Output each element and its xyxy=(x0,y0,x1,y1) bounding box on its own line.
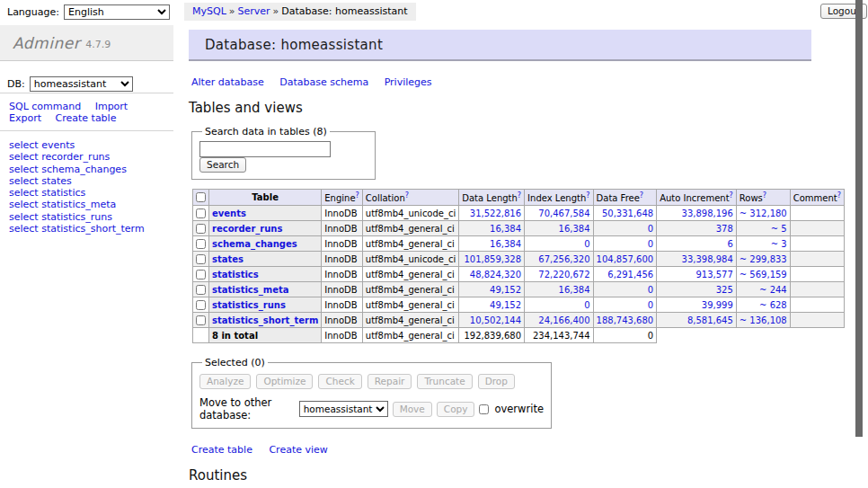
rows-estimate-link[interactable]: ~ 3 xyxy=(771,239,787,249)
data-free-link[interactable]: 104,857,600 xyxy=(597,254,654,264)
move-database-select[interactable]: homeassistant xyxy=(299,401,388,417)
index-length-link[interactable]: 16,384 xyxy=(559,285,590,295)
rows-estimate-link[interactable]: ~ 299,833 xyxy=(740,254,787,264)
sidebar-table-link[interactable]: select states xyxy=(9,175,173,187)
select-all-checkbox[interactable] xyxy=(196,192,206,202)
repair-button[interactable]: Repair xyxy=(368,374,412,389)
table-name-link[interactable]: statistics_runs xyxy=(212,300,286,310)
auto-increment-link[interactable]: 33,398,984 xyxy=(682,254,733,264)
auto-increment-link[interactable]: 6 xyxy=(727,239,732,249)
column-help-link[interactable]: ? xyxy=(586,191,589,200)
table-name-link[interactable]: events xyxy=(212,209,246,218)
data-free-link[interactable]: 188,743,680 xyxy=(597,315,654,325)
sidebar-link-export[interactable]: Export xyxy=(9,112,41,124)
row-checkbox[interactable] xyxy=(196,270,206,279)
db-select[interactable]: homeassistant xyxy=(30,76,133,92)
data-free-link[interactable]: 6,291,456 xyxy=(607,270,653,279)
database-schema-link[interactable]: Database schema xyxy=(279,76,368,88)
table-name-link[interactable]: statistics_short_term xyxy=(212,315,318,325)
auto-increment-link[interactable]: 913,577 xyxy=(695,270,732,279)
search-input[interactable] xyxy=(199,141,331,157)
data-free-link[interactable]: 0 xyxy=(648,239,653,249)
create-view-link[interactable]: Create view xyxy=(269,444,327,456)
table-name-link[interactable]: statistics_meta xyxy=(212,285,288,295)
table-name-link[interactable]: statistics xyxy=(212,270,259,279)
auto-increment-link[interactable]: 325 xyxy=(716,285,733,295)
sidebar-link-import[interactable]: Import xyxy=(95,101,128,112)
data-length-link[interactable]: 48,824,320 xyxy=(470,270,521,279)
auto-increment-link[interactable]: 378 xyxy=(716,224,733,234)
rows-estimate-link[interactable]: ~ 5 xyxy=(771,224,787,234)
rows-estimate-link[interactable]: ~ 136,108 xyxy=(740,315,787,325)
data-length-link[interactable]: 16,384 xyxy=(490,224,521,234)
index-length-link[interactable]: 0 xyxy=(584,300,589,310)
column-help-link[interactable]: ? xyxy=(730,191,733,200)
data-free-link[interactable]: 50,331,648 xyxy=(602,209,653,218)
auto-increment-link[interactable]: 8,581,645 xyxy=(687,315,733,325)
auto-increment-link[interactable]: 33,898,196 xyxy=(682,209,733,218)
column-help-link[interactable]: ? xyxy=(356,191,359,200)
row-checkbox[interactable] xyxy=(196,285,206,295)
row-checkbox[interactable] xyxy=(196,300,206,310)
privileges-link[interactable]: Privileges xyxy=(385,76,432,88)
breadcrumb-link-server[interactable]: Server xyxy=(238,5,270,17)
data-length-link[interactable]: 101,859,328 xyxy=(464,254,521,264)
data-free-link[interactable]: 0 xyxy=(648,285,653,295)
data-length-link[interactable]: 16,384 xyxy=(490,239,521,249)
sidebar-table-link[interactable]: select schema_changes xyxy=(9,164,173,175)
analyze-button[interactable]: Analyze xyxy=(199,374,251,389)
sidebar-link-create-table[interactable]: Create table xyxy=(56,112,117,124)
sidebar-table-link[interactable]: select statistics_short_term xyxy=(9,223,173,235)
row-checkbox[interactable] xyxy=(196,224,206,234)
column-help-link[interactable]: ? xyxy=(518,191,521,200)
breadcrumb-link-mysql[interactable]: MySQL xyxy=(192,5,226,17)
row-checkbox[interactable] xyxy=(196,315,206,325)
data-length-link[interactable]: 49,152 xyxy=(490,300,521,310)
optimize-button[interactable]: Optimize xyxy=(256,374,313,389)
adminer-logo[interactable]: Adminer xyxy=(13,34,80,52)
index-length-link[interactable]: 67,256,320 xyxy=(538,254,589,264)
index-length-link[interactable]: 0 xyxy=(584,239,589,249)
sidebar-table-link[interactable]: select recorder_runs xyxy=(9,151,173,163)
drop-button[interactable]: Drop xyxy=(478,374,515,389)
sidebar-link-sql-command[interactable]: SQL command xyxy=(9,101,81,112)
create-table-link[interactable]: Create table xyxy=(191,444,252,456)
data-free-link[interactable]: 0 xyxy=(648,300,653,310)
column-help-link[interactable]: ? xyxy=(837,191,841,200)
sidebar-table-link[interactable]: select statistics_meta xyxy=(9,199,173,210)
rows-estimate-link[interactable]: ~ 312,180 xyxy=(740,209,787,218)
row-checkbox[interactable] xyxy=(196,209,206,218)
search-button[interactable]: Search xyxy=(199,157,246,173)
index-length-link[interactable]: 24,166,400 xyxy=(538,315,589,325)
column-help-link[interactable]: ? xyxy=(405,191,409,200)
move-button[interactable]: Move xyxy=(393,402,432,417)
table-name-link[interactable]: schema_changes xyxy=(212,239,297,249)
rows-estimate-link[interactable]: ~ 628 xyxy=(759,300,787,310)
column-help-link[interactable]: ? xyxy=(640,191,643,200)
auto-increment-link[interactable]: 39,999 xyxy=(702,300,733,310)
table-name-link[interactable]: recorder_runs xyxy=(212,224,282,234)
language-select[interactable]: English xyxy=(64,4,170,20)
sidebar-table-link[interactable]: select events xyxy=(9,139,173,151)
data-length-link[interactable]: 10,502,144 xyxy=(470,315,521,325)
sidebar-table-link[interactable]: select statistics_runs xyxy=(9,211,173,223)
table-name-link[interactable]: states xyxy=(212,254,244,264)
index-length-link[interactable]: 70,467,584 xyxy=(538,209,589,218)
index-length-link[interactable]: 16,384 xyxy=(559,224,590,234)
rows-estimate-link[interactable]: ~ 244 xyxy=(759,285,787,295)
row-checkbox[interactable] xyxy=(196,254,206,264)
truncate-button[interactable]: Truncate xyxy=(417,374,472,389)
overwrite-checkbox[interactable] xyxy=(479,404,489,414)
column-help-link[interactable]: ? xyxy=(763,191,766,200)
scrollbar-thumb[interactable] xyxy=(855,0,863,437)
check-button[interactable]: Check xyxy=(318,374,361,389)
data-length-link[interactable]: 49,152 xyxy=(490,285,521,295)
data-free-link[interactable]: 0 xyxy=(648,224,653,234)
copy-button[interactable]: Copy xyxy=(437,402,475,417)
rows-estimate-link[interactable]: ~ 569,159 xyxy=(740,270,787,279)
row-checkbox[interactable] xyxy=(196,239,206,249)
sidebar-table-link[interactable]: select statistics xyxy=(9,187,173,199)
alter-database-link[interactable]: Alter database xyxy=(191,76,264,88)
index-length-link[interactable]: 72,220,672 xyxy=(538,270,589,279)
data-length-link[interactable]: 31,522,816 xyxy=(470,209,521,218)
